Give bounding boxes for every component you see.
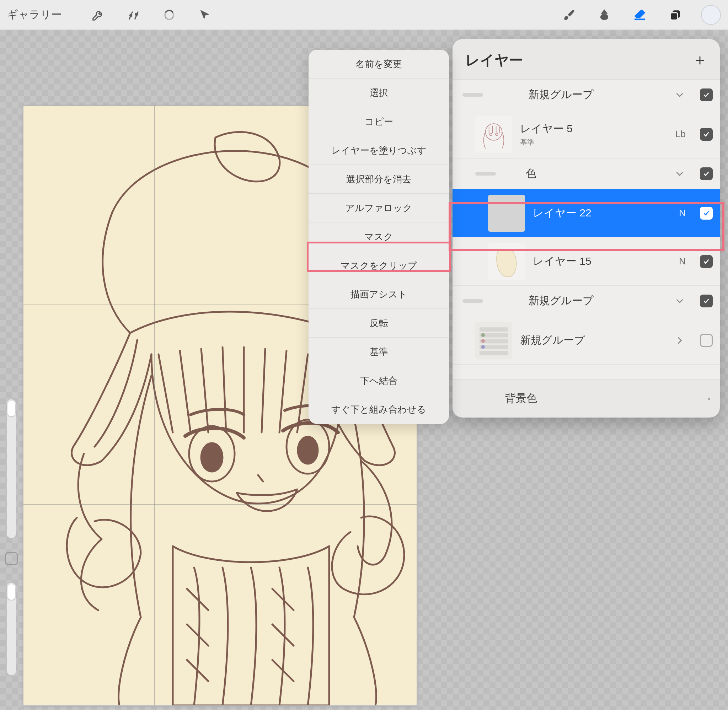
layer-name: 背景色 [462,391,580,406]
ctx-rename[interactable]: 名前を変更 [308,50,449,79]
visibility-checkbox[interactable] [700,295,713,307]
ctx-clipping-mask[interactable]: マスクをクリップ [308,251,449,280]
chevron-down-icon[interactable] [674,168,686,180]
color-swatch[interactable] [701,5,721,25]
layer-context-menu: 名前を変更 選択 コピー レイヤーを塗りつぶす 選択部分を消去 アルファロック … [308,50,449,424]
opacity-slider[interactable] [7,583,16,675]
layer-thumbnail [488,243,525,280]
visibility-checkbox[interactable] [700,334,713,347]
ctx-fill-layer[interactable]: レイヤーを塗りつぶす [308,136,449,165]
add-layer-button[interactable] [693,53,707,67]
eraser-icon[interactable] [630,5,650,25]
toolbar-left-group: ギャラリー [7,5,215,25]
modify-button[interactable] [5,552,18,565]
transform-arrow-icon[interactable] [195,5,215,25]
visibility-checkbox[interactable] [700,128,713,141]
layer-thumbnail [475,322,512,359]
side-sliders [3,399,20,689]
svg-rect-4 [671,12,678,20]
chevron-right-icon[interactable] [674,334,686,346]
ctx-reference[interactable]: 基準 [308,337,449,366]
layer-group-row[interactable]: 新規グループ [452,286,720,316]
layers-panel: レイヤー 新規グループ レイヤー 5 基準 Lb 色 [452,39,720,418]
svg-point-19 [481,345,485,349]
ctx-mask[interactable]: マスク [308,223,449,251]
top-toolbar: ギャラリー [0,0,728,30]
ctx-invert[interactable]: 反転 [308,309,449,337]
layer-subtitle: 基準 [520,138,668,147]
visibility-checkbox[interactable] [700,167,713,180]
adjustments-icon[interactable] [124,5,144,25]
ctx-alpha-lock[interactable]: アルファロック [308,194,449,223]
visibility-checkbox[interactable] [708,398,710,400]
ctx-clear-selection[interactable]: 選択部分を消去 [308,165,449,194]
svg-rect-2 [635,19,645,20]
layer-row[interactable]: レイヤー 15 N [452,238,720,286]
layer-row[interactable]: 新規グループ [452,316,720,365]
blend-mode-label[interactable]: N [679,256,686,267]
group-handle-icon [462,93,483,97]
layer-name: 新規グループ [528,87,666,102]
blend-mode-label[interactable]: N [679,208,686,219]
ctx-copy[interactable]: コピー [308,107,449,136]
wrench-icon[interactable] [88,5,108,25]
layers-panel-header: レイヤー [452,39,720,79]
visibility-checkbox[interactable] [700,207,713,220]
brush-size-thumb[interactable] [7,401,15,417]
svg-point-10 [489,133,492,135]
svg-rect-12 [480,327,508,332]
chevron-down-icon[interactable] [674,89,686,101]
toolbar-right-group [559,5,721,25]
svg-point-11 [496,133,498,135]
svg-point-0 [130,15,132,16]
layer-group-row[interactable]: 色 [452,158,720,189]
svg-rect-16 [480,351,508,355]
svg-point-1 [135,13,137,15]
chevron-down-icon[interactable] [674,295,686,307]
visibility-checkbox[interactable] [700,88,713,101]
blend-mode-label[interactable]: Lb [675,129,686,140]
svg-point-17 [481,333,485,337]
layer-row[interactable]: レイヤー 5 基準 Lb [452,110,720,158]
layer-name: レイヤー 15 [533,254,671,268]
opacity-thumb[interactable] [7,584,15,600]
layers-list: 新規グループ レイヤー 5 基準 Lb 色 レイヤー 22 N [452,79,720,379]
ctx-combine-down[interactable]: すぐ下と組み合わせる [308,395,449,424]
smudge-icon[interactable] [594,5,614,25]
visibility-checkbox[interactable] [700,255,713,268]
layer-thumbnail [475,116,512,153]
gallery-button[interactable]: ギャラリー [7,7,62,22]
brush-size-slider[interactable] [7,399,16,538]
background-layer-row[interactable]: 背景色 [452,379,720,418]
layer-group-row[interactable]: 新規グループ [452,79,720,110]
layer-name: 色 [526,166,666,181]
layer-name: 新規グループ [528,293,666,308]
layer-name: レイヤー 22 [533,206,671,220]
group-handle-icon [475,172,496,176]
layer-thumbnail [488,195,525,232]
selection-icon[interactable] [159,5,179,25]
layer-row-selected[interactable]: レイヤー 22 N [452,189,720,238]
group-handle-icon [462,299,483,303]
ctx-drawing-assist[interactable]: 描画アシスト [308,280,449,309]
svg-point-6 [201,443,223,472]
layer-name: 新規グループ [520,333,666,348]
layers-icon[interactable] [665,5,685,25]
ctx-merge-down[interactable]: 下へ結合 [308,366,449,395]
layers-panel-title: レイヤー [465,50,523,70]
layer-name: レイヤー 5 [520,122,668,136]
svg-point-8 [298,437,318,464]
brush-icon[interactable] [559,5,579,25]
ctx-select[interactable]: 選択 [308,79,449,107]
svg-point-18 [481,339,485,343]
